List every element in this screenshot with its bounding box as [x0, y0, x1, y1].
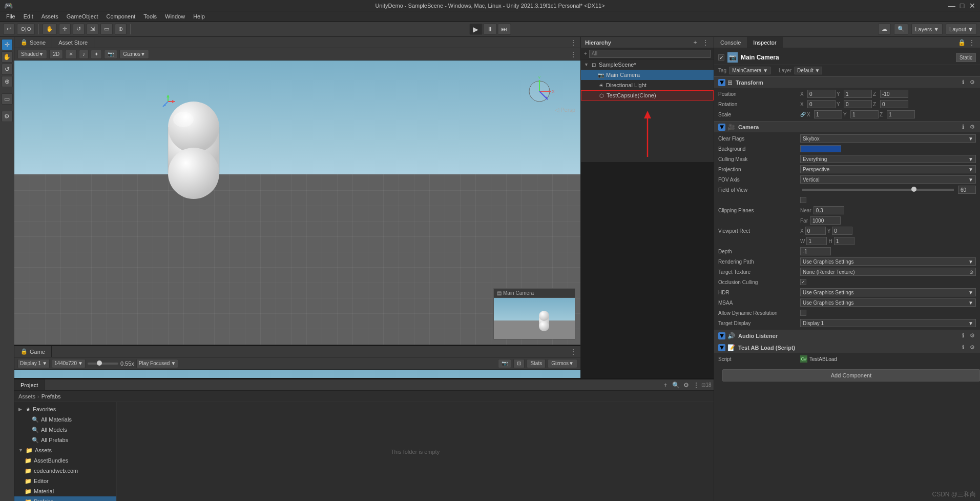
- rot-x-input[interactable]: [807, 100, 836, 108]
- collab-button[interactable]: ☁: [878, 24, 891, 35]
- layers-button[interactable]: Layers ▼: [911, 24, 943, 35]
- project-more-icon[interactable]: ⋮: [692, 381, 700, 389]
- pos-x-input[interactable]: [807, 90, 836, 98]
- hand-tool[interactable]: ✋: [43, 24, 57, 35]
- display-dropdown[interactable]: Display 1 ▼: [17, 359, 50, 368]
- test-abload-header[interactable]: ▼ 📝 Test AB Load (Script) ℹ ⚙: [714, 342, 980, 353]
- rect-tool[interactable]: ▭: [100, 24, 113, 35]
- near-input[interactable]: [814, 206, 844, 214]
- resolution-dropdown[interactable]: 1440x720 ▼: [52, 359, 86, 368]
- zoom-tool[interactable]: ⊕: [2, 76, 13, 87]
- play-focused-dropdown[interactable]: Play Focused ▼: [136, 359, 179, 368]
- camera-toggle[interactable]: ▼: [718, 124, 725, 131]
- game-more-icon[interactable]: ⋮: [569, 348, 577, 356]
- menu-tools[interactable]: Tools: [139, 11, 161, 21]
- scale-handle[interactable]: [97, 360, 102, 366]
- stats-button[interactable]: Stats: [527, 359, 546, 368]
- occlusion-checkbox[interactable]: [800, 279, 806, 285]
- folder-favorites[interactable]: ▶ ★ Favorites: [14, 404, 116, 414]
- fx-toggle[interactable]: ✦: [91, 50, 102, 59]
- add-component-button[interactable]: Add Component: [722, 369, 980, 382]
- prefabs-breadcrumb[interactable]: Prefabs: [41, 393, 61, 399]
- folder-codeandweb[interactable]: 📁 codeandweb.com: [14, 466, 116, 476]
- camera-settings[interactable]: 📷: [104, 50, 117, 59]
- far-input[interactable]: [810, 216, 841, 225]
- folder-all-materials[interactable]: 🔍 All Materials: [14, 414, 116, 425]
- pan-tool[interactable]: ✋: [2, 51, 13, 63]
- assets-breadcrumb[interactable]: Assets: [18, 393, 35, 399]
- pos-z-input[interactable]: [880, 90, 908, 98]
- menu-edit[interactable]: Edit: [19, 11, 37, 21]
- gizmos-button[interactable]: Gizmos ▼: [119, 50, 149, 59]
- transform-info-icon[interactable]: ℹ: [960, 79, 967, 86]
- audio-info-icon[interactable]: ℹ: [960, 332, 967, 339]
- hierarchy-item-samplescene[interactable]: ▼ ⊡ SampleScene*: [581, 59, 714, 70]
- scale-z-input[interactable]: [887, 110, 915, 118]
- tab-game[interactable]: 🔒 Game: [14, 346, 52, 357]
- test-abload-toggle[interactable]: ▼: [718, 344, 725, 351]
- dynamic-resolution-checkbox[interactable]: [800, 310, 806, 316]
- hierarchy-add-btn[interactable]: +: [584, 51, 587, 56]
- tab-project[interactable]: Project: [14, 379, 45, 390]
- audio-toggle[interactable]: ♪: [79, 50, 89, 59]
- static-button[interactable]: Static: [956, 53, 976, 62]
- clear-flags-dropdown[interactable]: Skybox ▼: [800, 134, 976, 143]
- audio-listener-toggle[interactable]: ▼: [718, 332, 725, 339]
- rot-z-input[interactable]: [880, 100, 908, 108]
- physical-camera-checkbox[interactable]: [800, 197, 806, 203]
- folder-material[interactable]: 📁 Material: [14, 486, 116, 496]
- inspector-more-icon[interactable]: ⋮: [968, 38, 976, 47]
- 2d-button[interactable]: 2D: [49, 50, 63, 59]
- script-info-icon[interactable]: ℹ: [960, 344, 967, 351]
- scene-settings-icon[interactable]: ⋮: [569, 50, 577, 58]
- folder-assets[interactable]: ▼ 📁 Assets: [14, 445, 116, 455]
- hierarchy-more-icon[interactable]: ⋮: [701, 38, 710, 47]
- scene-more-icon[interactable]: ⋮: [569, 38, 577, 47]
- redo-button[interactable]: ⊙|⊙: [17, 24, 35, 35]
- scale-y-input[interactable]: [850, 110, 879, 118]
- rotate-tool[interactable]: ↺: [73, 24, 85, 35]
- camera-info-icon[interactable]: ℹ: [960, 124, 967, 131]
- light-toggle[interactable]: ☀: [65, 50, 77, 59]
- pos-y-input[interactable]: [844, 90, 872, 98]
- fov-slider[interactable]: [802, 189, 954, 191]
- hierarchy-item-testcapsule[interactable]: ⬡ TestCapsule(Clone): [581, 90, 714, 101]
- background-color-swatch[interactable]: [800, 145, 841, 152]
- inspector-lock-icon[interactable]: 🔒: [957, 38, 966, 47]
- rot-y-input[interactable]: [844, 100, 872, 108]
- menu-assets[interactable]: Assets: [37, 11, 62, 21]
- audio-settings-icon[interactable]: ⚙: [969, 332, 976, 339]
- culling-mask-dropdown[interactable]: Everything ▼: [800, 155, 976, 163]
- shaded-button[interactable]: Shaded ▼: [17, 50, 47, 59]
- pause-button[interactable]: ⏸: [483, 24, 496, 35]
- hierarchy-search-input[interactable]: [589, 50, 711, 58]
- hierarchy-item-main-camera[interactable]: 📷 Main Camera: [581, 70, 714, 80]
- game-maximize-btn[interactable]: ⊡: [513, 359, 525, 368]
- camera-header[interactable]: ▼ 🎥 Camera ℹ ⚙: [714, 121, 980, 132]
- hdr-dropdown[interactable]: Use Graphics Settings ▼: [800, 288, 976, 296]
- vp-x-input[interactable]: [805, 227, 826, 235]
- menu-window[interactable]: Window: [161, 11, 189, 21]
- fov-input[interactable]: [958, 186, 976, 194]
- rendering-path-dropdown[interactable]: Use Graphics Settings ▼: [800, 257, 976, 266]
- transform-tool[interactable]: ⊕: [115, 24, 127, 35]
- depth-input[interactable]: [800, 247, 831, 255]
- transform-toggle[interactable]: ▼: [718, 79, 725, 86]
- projection-dropdown[interactable]: Perspective ▼: [800, 165, 976, 173]
- hierarchy-item-directional-light[interactable]: ☀ Directional Light: [581, 80, 714, 90]
- object-active-checkbox[interactable]: ✓: [718, 54, 724, 61]
- maximize-button[interactable]: □: [958, 2, 966, 9]
- layout-button[interactable]: Layout ▼: [946, 24, 977, 35]
- layer-dropdown[interactable]: Default ▼: [795, 67, 822, 74]
- rotate-view-tool[interactable]: ↺: [2, 64, 13, 75]
- script-settings-icon[interactable]: ⚙: [969, 344, 976, 351]
- minimize-button[interactable]: —: [948, 2, 955, 9]
- play-button[interactable]: ▶: [469, 24, 482, 35]
- vp-h-input[interactable]: [834, 237, 854, 245]
- scale-x-input[interactable]: [814, 110, 842, 118]
- tab-asset-store[interactable]: Asset Store: [52, 37, 94, 48]
- scale-track[interactable]: [88, 363, 118, 365]
- tab-inspector[interactable]: Inspector: [747, 37, 782, 48]
- folder-asset-bundles[interactable]: 📁 AssetBundles: [14, 455, 116, 466]
- tag-dropdown[interactable]: MainCamera ▼: [729, 67, 770, 74]
